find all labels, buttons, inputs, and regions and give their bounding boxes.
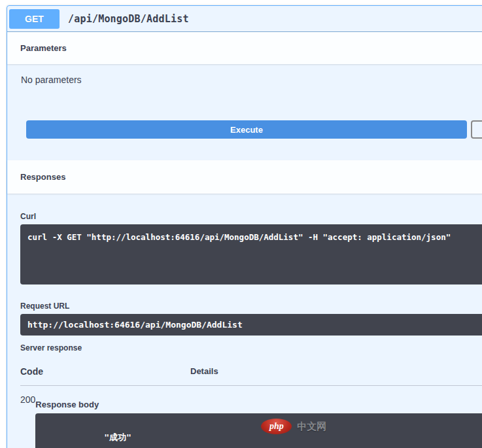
curl-label: Curl: [20, 212, 482, 221]
table-row: 200 Response body "成功" php 中文网: [20, 386, 482, 448]
parameters-title: Parameters: [20, 43, 67, 53]
responses-section-header: Responses: [7, 160, 482, 194]
endpoint-path: /api/MongoDB/AddList: [68, 13, 189, 25]
curl-command[interactable]: curl -X GET "http://localhost:64616/api/…: [20, 224, 482, 284]
server-response-table: Code Details 200 Response body "成功" php …: [20, 366, 482, 448]
parameters-body: No parameters Execute: [7, 64, 482, 160]
server-response-table-head: Code Details: [20, 366, 482, 386]
request-url-value: http://localhost:64616/api/MongoDB/AddLi…: [20, 314, 482, 336]
details-column-header: Details: [190, 366, 482, 377]
request-url-label: Request URL: [20, 302, 482, 311]
response-body-label: Response body: [35, 400, 482, 409]
execute-row: Execute: [26, 120, 482, 139]
operation-summary[interactable]: GET /api/MongoDB/AddList: [7, 6, 482, 32]
clear-button[interactable]: [471, 120, 482, 139]
code-column-header: Code: [20, 366, 190, 377]
no-parameters-message: No parameters: [7, 64, 482, 85]
watermark-text: 中文网: [297, 421, 326, 433]
parameters-section-header: Parameters: [7, 32, 482, 64]
response-body-text: "成功": [104, 432, 131, 442]
operation-block-get: GET /api/MongoDB/AddList Parameters No p…: [7, 5, 482, 448]
http-method-badge: GET: [9, 9, 60, 29]
responses-body: Curl curl -X GET "http://localhost:64616…: [7, 194, 482, 448]
responses-title: Responses: [20, 172, 65, 182]
response-body: "成功" php 中文网: [35, 413, 482, 448]
status-code: 200: [20, 394, 35, 448]
execute-button[interactable]: Execute: [26, 120, 467, 139]
php-logo-icon: php: [261, 419, 292, 434]
details-cell: Response body "成功" php 中文网: [35, 394, 482, 448]
server-response-label: Server response: [20, 343, 482, 353]
site-watermark: php 中文网: [261, 419, 326, 434]
